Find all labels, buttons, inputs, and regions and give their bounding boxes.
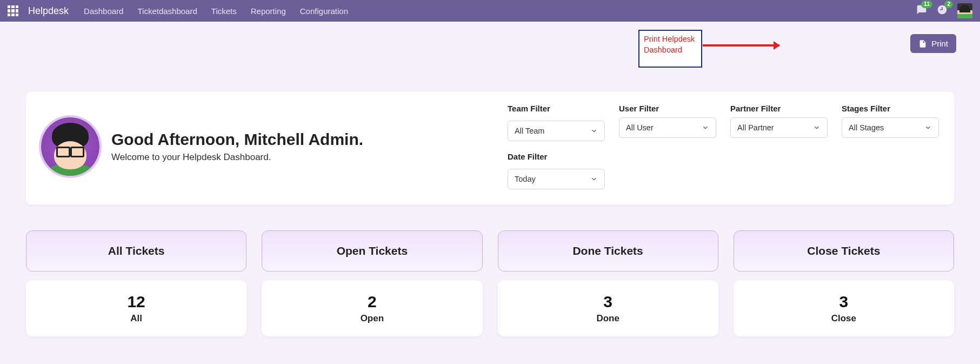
- stats-row: All Tickets 12 All Open Tickets 2 Open D…: [26, 230, 954, 336]
- stat-head-all[interactable]: All Tickets: [26, 230, 246, 272]
- pdf-icon: [918, 39, 927, 48]
- user-filter-value: All User: [626, 123, 654, 132]
- stat-body-open[interactable]: 2 Open: [262, 280, 482, 336]
- print-button[interactable]: Print: [910, 34, 956, 53]
- nav-link-tickets[interactable]: Tickets: [211, 6, 237, 16]
- chevron-down-icon: [924, 124, 932, 131]
- nav-link-dashboard[interactable]: Dashboard: [84, 6, 123, 16]
- user-filter-label: User Filter: [619, 104, 716, 113]
- team-filter-select[interactable]: All Team: [508, 121, 605, 141]
- stages-filter-select[interactable]: All Stages: [842, 117, 939, 138]
- nav-link-configuration[interactable]: Configuration: [300, 6, 348, 16]
- activity-icon[interactable]: 2: [937, 4, 948, 17]
- team-filter-value: All Team: [515, 127, 544, 135]
- stat-card-done: Done Tickets 3 Done: [498, 230, 718, 336]
- stat-label-open: Open: [361, 313, 384, 324]
- stat-value-all: 12: [127, 293, 145, 311]
- stat-value-open: 2: [368, 293, 377, 311]
- print-button-label: Print: [931, 39, 948, 48]
- stat-card-open: Open Tickets 2 Open: [262, 230, 482, 336]
- stat-card-close: Close Tickets 3 Close: [734, 230, 954, 336]
- stat-body-close[interactable]: 3 Close: [734, 280, 954, 336]
- stat-value-close: 3: [839, 293, 849, 311]
- user-avatar-menu[interactable]: [957, 3, 972, 18]
- stat-body-done[interactable]: 3 Done: [498, 280, 718, 336]
- stat-head-open[interactable]: Open Tickets: [262, 230, 482, 272]
- stages-filter-value: All Stages: [849, 123, 884, 132]
- stages-filter-label: Stages Filter: [842, 104, 939, 113]
- app-brand[interactable]: Helpdesk: [28, 5, 69, 17]
- chevron-down-icon: [590, 175, 598, 183]
- stat-body-all[interactable]: 12 All: [26, 280, 246, 336]
- stat-label-close: Close: [831, 313, 856, 324]
- nav-link-ticketdashboard[interactable]: Ticketdashboard: [137, 6, 197, 16]
- user-filter-select[interactable]: All User: [619, 117, 716, 138]
- stat-label-all: All: [130, 313, 142, 324]
- dashboard-header-card: Good Afternoon, Mitchell Admin. Welcome …: [26, 92, 954, 204]
- partner-filter-label: Partner Filter: [730, 104, 828, 113]
- greeting-title: Good Afternoon, Mitchell Admin.: [111, 130, 363, 149]
- chevron-down-icon: [702, 124, 709, 131]
- nav-links: Dashboard Ticketdashboard Tickets Report…: [84, 6, 348, 16]
- user-avatar-large: [41, 117, 99, 176]
- messages-badge: 11: [921, 1, 932, 8]
- filters-area: Team Filter All Team Date Filter Today U…: [508, 104, 939, 189]
- team-filter-label: Team Filter: [508, 104, 605, 113]
- greeting-subtitle: Welcome to your Helpdesk Dashboard.: [111, 152, 363, 163]
- date-filter-select[interactable]: Today: [508, 169, 605, 189]
- activity-badge: 2: [944, 1, 953, 8]
- stat-value-done: 3: [603, 293, 612, 311]
- stat-head-close[interactable]: Close Tickets: [734, 230, 954, 272]
- partner-filter-value: All Partner: [737, 123, 774, 132]
- chevron-down-icon: [813, 124, 821, 131]
- date-filter-label: Date Filter: [508, 152, 605, 161]
- date-filter-value: Today: [515, 175, 536, 183]
- stat-head-done[interactable]: Done Tickets: [498, 230, 718, 272]
- partner-filter-select[interactable]: All Partner: [730, 117, 828, 138]
- apps-menu-icon[interactable]: [8, 5, 18, 16]
- stat-card-all: All Tickets 12 All: [26, 230, 246, 336]
- stat-label-done: Done: [596, 313, 619, 324]
- annotation-callout: Print Helpdesk Dashboard: [638, 30, 702, 68]
- top-navbar: Helpdesk Dashboard Ticketdashboard Ticke…: [0, 0, 980, 22]
- chevron-down-icon: [590, 127, 598, 135]
- annotation-arrow-icon: [703, 44, 779, 47]
- messages-icon[interactable]: 11: [916, 4, 927, 17]
- nav-link-reporting[interactable]: Reporting: [251, 6, 286, 16]
